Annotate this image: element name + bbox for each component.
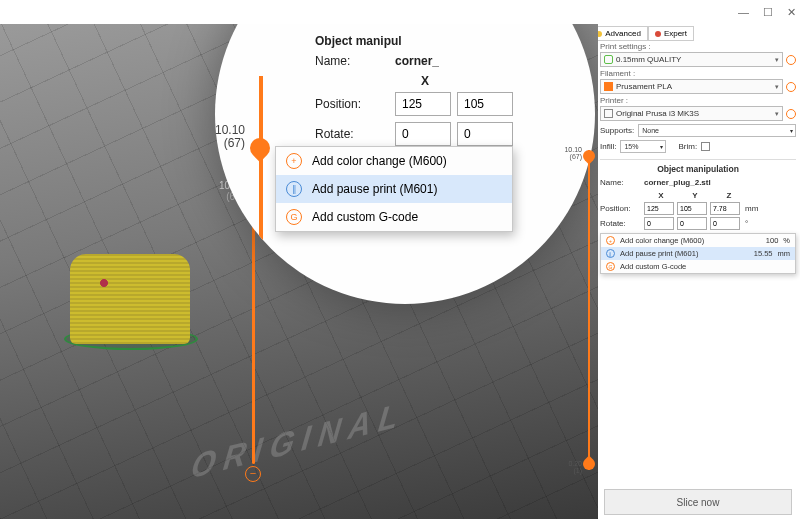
layer-slider-right[interactable]: 10.10(67) 0.20(1) [580, 150, 600, 470]
ctx-add-pause-print[interactable]: ∥ Add pause print (M601) [276, 175, 512, 203]
model-preview[interactable] [70, 254, 190, 344]
ctx-add-custom-gcode[interactable]: G Add custom G-code [276, 203, 512, 231]
maximize-button[interactable]: ☐ [763, 6, 773, 19]
slider-thumb-bottom[interactable] [581, 456, 598, 473]
mode-expert[interactable]: Expert [648, 26, 694, 41]
gear-icon[interactable] [786, 82, 796, 92]
rot-z[interactable] [710, 217, 740, 230]
slice-now-button[interactable]: Slice now [604, 489, 792, 515]
minimize-button[interactable]: — [738, 6, 749, 18]
gcode-icon: G [606, 262, 615, 271]
viewport-3d[interactable]: ORIGINAL 10.10(67) − 10.10(67) Object ma… [0, 24, 598, 519]
ctx2-color-change[interactable]: + Add color change (M600) 100 % [601, 234, 795, 247]
context-menu-small: + Add color change (M600) 100 % ∥ Add pa… [600, 233, 796, 274]
rotate-label: Rotate: [315, 127, 395, 141]
ctx-add-color-change[interactable]: + Add color change (M600) [276, 147, 512, 175]
supports-dropdown[interactable]: None▾ [638, 124, 796, 137]
layer-icon [604, 55, 613, 64]
infill-label: Infill: [600, 142, 616, 151]
filament-label: Filament : [600, 69, 796, 78]
filament-swatch [604, 82, 613, 91]
ctx2-pause-print[interactable]: ∥ Add pause print (M601) 15.55 mm [601, 247, 795, 260]
gear-icon[interactable] [786, 109, 796, 119]
brim-label: Brim: [678, 142, 697, 151]
plus-icon: + [606, 236, 615, 245]
gear-icon[interactable] [786, 55, 796, 65]
close-button[interactable]: ✕ [787, 6, 796, 19]
pos-z[interactable] [710, 202, 740, 215]
brim-checkbox[interactable] [701, 142, 710, 151]
right-panel: Print settings : 0.15mm QUALITY▾ Filamen… [600, 40, 796, 274]
window-controls: — ☐ ✕ [0, 0, 800, 24]
position-label: Position: [315, 97, 395, 111]
rot-y[interactable] [677, 217, 707, 230]
pause-icon: ∥ [286, 181, 302, 197]
pause-icon: ∥ [606, 249, 615, 258]
context-menu: + Add color change (M600) ∥ Add pause pr… [275, 146, 513, 232]
plus-icon: + [286, 153, 302, 169]
pos-x[interactable] [644, 202, 674, 215]
printer-dropdown[interactable]: Original Prusa i3 MK3S▾ [600, 106, 783, 121]
print-settings-label: Print settings : [600, 42, 796, 51]
infill-dropdown[interactable]: 15%▾ [620, 140, 666, 153]
rot-x[interactable] [644, 217, 674, 230]
slider-minus-icon[interactable]: − [245, 466, 261, 482]
ctx2-custom-gcode[interactable]: G Add custom G-code [601, 260, 795, 273]
rotate-x-input[interactable] [395, 122, 451, 146]
slider-thumb[interactable] [581, 148, 598, 165]
gcode-icon: G [286, 209, 302, 225]
position-y-input[interactable] [457, 92, 513, 116]
rotate-y-input[interactable] [457, 122, 513, 146]
panel-title: Object manipul [315, 34, 575, 48]
axis-x-header: X [395, 74, 455, 88]
position-x-input[interactable] [395, 92, 451, 116]
magnified-slider-label: 10.10(67) [215, 124, 245, 150]
supports-label: Supports: [600, 126, 634, 135]
object-name: corner_plug_2.stl [644, 178, 711, 187]
printer-label: Printer : [600, 96, 796, 105]
filament-dropdown[interactable]: Prusament PLA▾ [600, 79, 783, 94]
object-manipulation: Object manipulation Name:corner_plug_2.s… [600, 159, 796, 274]
pos-y[interactable] [677, 202, 707, 215]
printer-icon [604, 109, 613, 118]
mode-advanced[interactable]: Advanced [589, 26, 648, 41]
magnified-slider-thumb[interactable] [246, 134, 274, 162]
print-settings-dropdown[interactable]: 0.15mm QUALITY▾ [600, 52, 783, 67]
